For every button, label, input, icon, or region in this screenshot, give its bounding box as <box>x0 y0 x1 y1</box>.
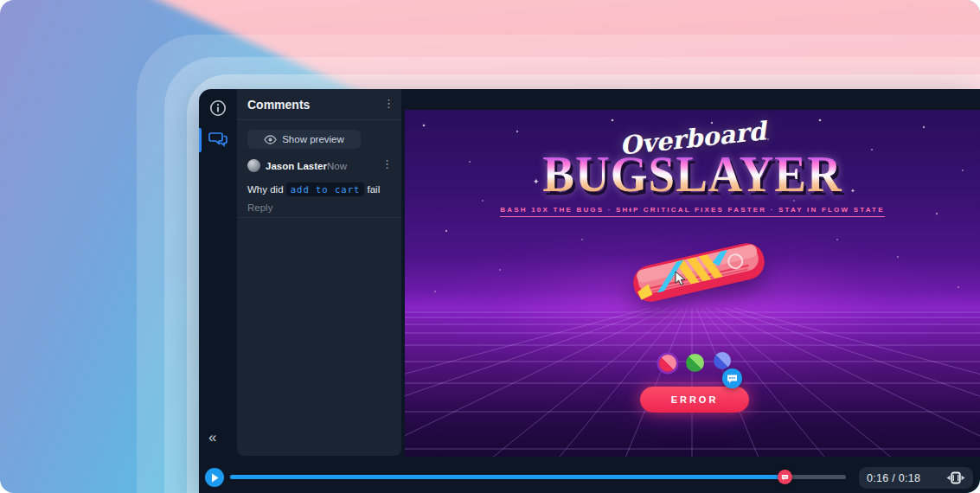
comment-author: Jason Laster <box>266 161 327 171</box>
status-dots-row <box>405 352 980 373</box>
page: « Comments ⋮ Show preview Jason Laster N… <box>0 0 980 493</box>
comment-menu-button[interactable]: ⋮ <box>381 158 393 170</box>
sidebar-item-info[interactable] <box>207 97 229 119</box>
player-bar: 0:16 / 0:18 <box>199 457 980 493</box>
panel-menu-button[interactable]: ⋮ <box>383 98 394 109</box>
info-icon <box>208 99 227 118</box>
status-dot <box>686 354 704 372</box>
video-preview: ✦ ✦ ✦ <box>405 110 980 457</box>
video-comment-marker[interactable] <box>722 368 742 388</box>
focus-mode-button[interactable] <box>946 471 965 484</box>
mouse-cursor <box>675 271 687 286</box>
show-preview-label: Show preview <box>282 134 344 144</box>
time-display: 0:16 / 0:18 <box>867 472 920 484</box>
focus-mode-icon <box>946 471 965 484</box>
chat-bubble-icon <box>727 374 738 384</box>
show-preview-button[interactable]: Show preview <box>247 130 361 149</box>
comments-panel-header: Comments ⋮ <box>237 89 401 120</box>
play-button[interactable] <box>205 468 224 487</box>
status-dot <box>659 355 676 372</box>
divider <box>237 217 401 218</box>
eye-icon <box>264 135 277 144</box>
play-icon <box>211 473 219 483</box>
status-dot <box>714 352 731 369</box>
track-fill <box>230 475 785 479</box>
active-tab-indicator <box>199 128 202 152</box>
hoverboard-graphic <box>623 231 774 313</box>
sidebar-item-comments[interactable] <box>207 128 229 150</box>
chat-bubble-icon <box>781 474 789 481</box>
avatar <box>247 159 260 172</box>
comment-code-chip[interactable]: add to cart <box>286 182 365 196</box>
timeline-comment-marker[interactable] <box>778 470 792 484</box>
error-button[interactable]: ERROR <box>640 387 749 413</box>
reply-link[interactable]: Reply <box>247 202 272 213</box>
comment-text-suffix: fail <box>364 184 380 195</box>
collapse-sidebar-button[interactable]: « <box>208 429 215 446</box>
comment-body: Why did add to cart fail <box>247 182 393 197</box>
comment-text-prefix: Why did <box>247 184 286 195</box>
app-window: « Comments ⋮ Show preview Jason Laster N… <box>199 89 980 493</box>
comment-timestamp: Now <box>327 161 347 171</box>
comments-panel: Comments ⋮ Show preview Jason Laster Now… <box>237 89 401 456</box>
panel-title: Comments <box>247 98 310 112</box>
tool-sidebar: « <box>199 89 237 493</box>
time-display-pill: 0:16 / 0:18 <box>859 467 973 489</box>
timeline-track[interactable] <box>230 475 846 479</box>
video-title-block: Overboard BUGSLAYER BASH 10X THE BUGS · … <box>405 124 980 217</box>
title-main: BUGSLAYER <box>405 149 980 200</box>
comments-icon <box>208 130 228 149</box>
video-tagline: BASH 10X THE BUGS · SHIP CRITICAL FIXES … <box>500 206 884 217</box>
